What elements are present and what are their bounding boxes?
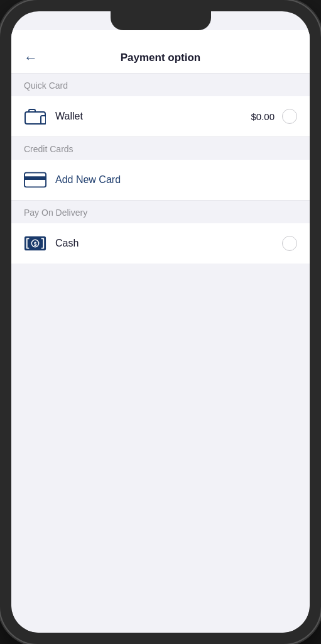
svg-rect-1	[41, 116, 46, 124]
wallet-value: $0.00	[251, 111, 275, 122]
quick-card-section-header: Quick Card	[11, 74, 310, 96]
credit-card-icon	[24, 169, 46, 191]
wallet-icon	[24, 105, 46, 128]
app-content: ← Payment option Quick Card Wallet $0.00	[11, 30, 310, 633]
wallet-radio[interactable]	[282, 109, 297, 124]
svg-rect-3	[24, 176, 46, 180]
svg-text:$: $	[34, 241, 37, 247]
credit-cards-label: Credit Cards	[24, 144, 73, 154]
cash-label: Cash	[55, 238, 282, 249]
quick-card-label: Quick Card	[24, 80, 68, 91]
wallet-item[interactable]: Wallet $0.00	[11, 96, 310, 137]
add-new-card-item[interactable]: Add New Card	[11, 160, 310, 201]
pay-on-delivery-section-header: Pay On Delivery	[11, 201, 310, 223]
cash-item[interactable]: $ Cash	[11, 223, 310, 264]
pay-on-delivery-label: Pay On Delivery	[24, 208, 87, 218]
phone-frame: ← Payment option Quick Card Wallet $0.00	[0, 0, 321, 644]
wallet-label: Wallet	[55, 111, 251, 122]
phone-screen: ← Payment option Quick Card Wallet $0.00	[11, 11, 310, 633]
page-title: Payment option	[121, 52, 201, 64]
back-button[interactable]: ←	[24, 50, 38, 66]
add-new-card-label: Add New Card	[55, 174, 121, 186]
header: ← Payment option	[11, 43, 310, 74]
notch	[111, 11, 211, 30]
cash-icon: $	[24, 232, 46, 255]
status-bar	[11, 30, 310, 43]
credit-cards-section-header: Credit Cards	[11, 137, 310, 160]
cash-radio[interactable]	[282, 236, 297, 251]
